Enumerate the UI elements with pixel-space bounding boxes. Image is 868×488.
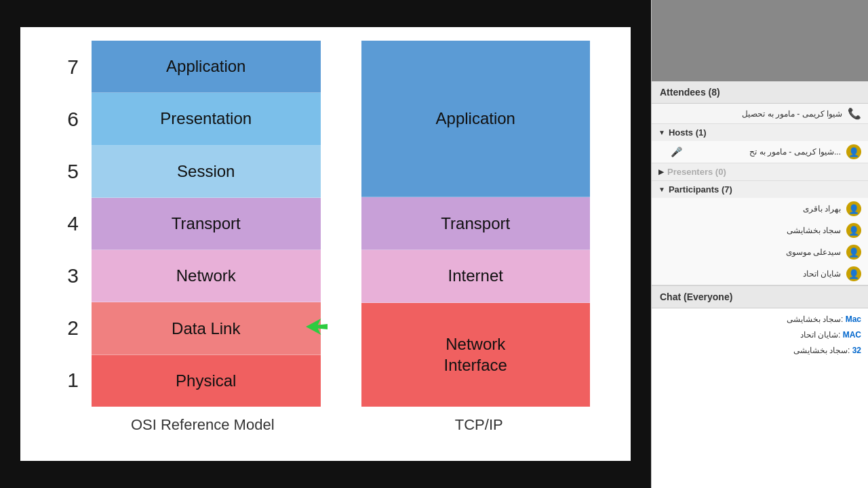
hosts-group-header[interactable]: ▼ Hosts (1) [652,123,868,141]
layer-numbers: 7 6 5 4 3 2 1 [61,41,85,407]
participant-avatar-icon-1: 👤 [846,201,861,216]
participant-item[interactable]: 👤 سجاد بخشایشی [652,220,868,241]
diagram-main: 7 6 5 4 3 2 1 Application Presentation S… [47,34,604,407]
tcpip-layer-application: Application [361,41,591,197]
main-content: 7 6 5 4 3 2 1 Application Presentation S… [0,0,651,488]
presenters-group-header[interactable]: ▶ Presenters (0) [652,163,868,180]
svg-marker-0 [306,319,328,335]
osi-label: OSI Reference Model [81,416,325,434]
layer-num-1: 1 [61,354,85,407]
presenters-triangle-icon: ▶ [658,168,664,176]
tcpip-layer-transport: Transport [361,197,591,250]
chat-message-2: MAC :شایان اتحاد [658,329,861,341]
phone-icon: 📞 [848,107,861,120]
osi-layer-application: Application [92,41,321,93]
chat-message-3: 32 :سجاد بخشایشی [658,345,861,357]
chat-section: Chat (Everyone) Mac :سجاد بخشایشی MAC :ش… [652,285,868,488]
osi-column: Application Presentation Session Transpo… [92,41,321,407]
video-preview [652,0,868,81]
layer-num-6: 6 [61,93,85,145]
layer-num-4: 4 [61,197,85,249]
osi-layer-presentation: Presentation [92,93,321,145]
host-avatar-icon: 👤 [846,144,861,159]
osi-layer-datalink: Data Link [92,302,321,354]
sidebar: Attendees (8) 📞 شیوا کریمی - مامور به تح… [651,0,868,488]
hosts-triangle-icon: ▼ [658,129,665,136]
attendees-header: Attendees (8) [652,81,868,104]
osi-layer-session: Session [92,146,321,198]
tcpip-label: TCP/IP [357,416,601,434]
chat-message-1: Mac :سجاد بخشایشی [658,314,861,325]
tcpip-layer-network-interface: NetworkInterface [361,303,591,407]
participant-item[interactable]: 👤 شایان اتحاد [652,263,868,285]
diagram-container: 7 6 5 4 3 2 1 Application Presentation S… [20,27,631,461]
osi-layer-network: Network [92,250,321,302]
chat-header: Chat (Everyone) [652,285,868,308]
mic-icon: 🎤 [671,146,682,157]
tcpip-column: Application Transport Internet NetworkIn… [361,41,591,407]
participants-triangle-icon: ▼ [658,186,665,193]
osi-layer-physical: Physical [92,355,321,407]
chat-messages[interactable]: Mac :سجاد بخشایشی MAC :شایان اتحاد 32 :س… [652,308,868,488]
participant-avatar-icon-3: 👤 [846,245,861,260]
layer-num-7: 7 [61,41,85,93]
layer-num-2: 2 [61,302,85,354]
participant-item[interactable]: 👤 بهراد باقری [652,198,868,220]
diagram-labels: OSI Reference Model TCP/IP [34,416,617,434]
layer-num-5: 5 [61,145,85,197]
participant-avatar-icon-2: 👤 [846,223,861,238]
layer-num-3: 3 [61,250,85,302]
participants-group-header[interactable]: ▼ Participants (7) [652,180,868,198]
host-item[interactable]: 👤 ...شیوا کریمی - مامور به تح 🎤 [652,141,868,163]
tcpip-layer-internet: Internet [361,250,591,303]
participant-avatar-icon-4: 👤 [846,266,861,281]
arrow-icon [306,319,333,339]
attendees-section: Attendees (8) 📞 شیوا کریمی - مامور به تح… [652,81,868,285]
osi-layer-transport: Transport [92,198,321,250]
top-user-item[interactable]: 📞 شیوا کریمی - مامور به تحصیل [652,104,868,123]
participant-item[interactable]: 👤 سیدعلی موسوی [652,241,868,263]
